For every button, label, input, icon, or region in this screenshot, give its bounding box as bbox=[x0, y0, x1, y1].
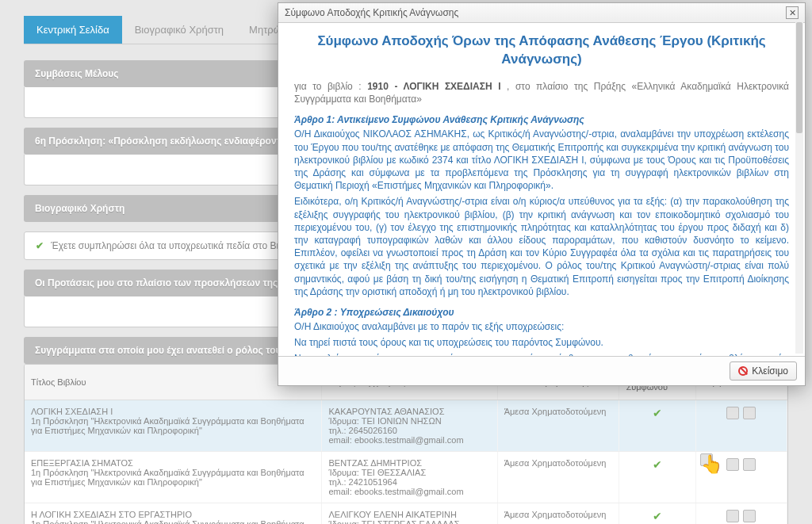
article1-p1: Ο/Η Δικαιούχος ΝΙΚΟΛΑΟΣ ΑΣΗΜΑΚΗΣ, ως Κρι… bbox=[294, 128, 789, 192]
modal-close-button[interactable]: ✕ bbox=[786, 6, 799, 19]
close-button[interactable]: Κλείσιμο bbox=[730, 361, 797, 381]
article1-p2: Ειδικότερα, ο/η Κριτικός/ή Αναγνώστης/-σ… bbox=[294, 195, 789, 298]
scrollbar-track[interactable] bbox=[795, 22, 803, 354]
modal-intro: για το βιβλίο : 1910 - ΛΟΓΙΚΗ ΣΧΕΔΙΑΣΗ Ι… bbox=[294, 80, 789, 105]
modal-window-title: Σύμφωνο Αποδοχής Κριτικής Ανάγνωσης bbox=[285, 7, 458, 18]
agreement-modal: Σύμφωνο Αποδοχής Κριτικής Ανάγνωσης ✕ Σύ… bbox=[278, 2, 806, 386]
prohibit-icon bbox=[738, 366, 748, 376]
scrollbar-thumb[interactable] bbox=[796, 22, 802, 133]
modal-content: Σύμφωνο Αποδοχής Όρων της Απόφασης Ανάθε… bbox=[278, 23, 805, 356]
modal-titlebar: Σύμφωνο Αποδοχής Κριτικής Ανάγνωσης ✕ bbox=[278, 3, 805, 23]
intro-prefix: για το βιβλίο : bbox=[294, 81, 367, 92]
article2-b1: Να τηρεί πιστά τους όρους και τις υποχρε… bbox=[294, 336, 789, 349]
article2-title: Άρθρο 2 : Υποχρεώσεις Δικαιούχου bbox=[294, 306, 789, 319]
modal-overlay: Σύμφωνο Αποδοχής Κριτικής Ανάγνωσης ✕ Σύ… bbox=[0, 0, 812, 524]
intro-book: 1910 - ΛΟΓΙΚΗ ΣΧΕΔΙΑΣΗ Ι bbox=[367, 81, 500, 92]
close-button-label: Κλείσιμο bbox=[752, 365, 788, 377]
modal-heading: Σύμφωνο Αποδοχής Όρων της Απόφασης Ανάθε… bbox=[294, 33, 789, 69]
close-icon: ✕ bbox=[789, 8, 796, 17]
modal-footer: Κλείσιμο bbox=[278, 356, 805, 385]
article2-lead: Ο/Η Δικαιούχος αναλαμβάνει με το παρόν τ… bbox=[294, 320, 789, 333]
article1-title: Άρθρο 1: Αντικείμενο Συμφώνου Ανάθεσης Κ… bbox=[294, 113, 789, 126]
